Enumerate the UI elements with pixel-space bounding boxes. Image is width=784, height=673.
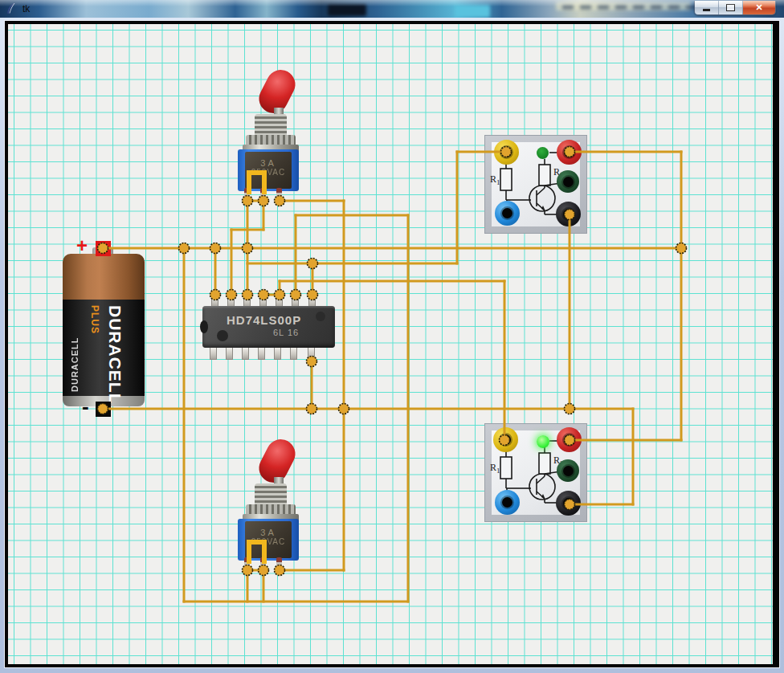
junction-dot[interactable] [308, 290, 318, 300]
maximize-icon [726, 4, 735, 11]
junction-dot[interactable] [275, 565, 285, 576]
junction-dot[interactable] [243, 565, 253, 576]
wire-layer [8, 24, 773, 664]
junction-dot[interactable] [676, 243, 687, 254]
junction-dot[interactable] [565, 147, 575, 157]
client-border: DURACELL PLUS DURACELL + - [4, 20, 780, 668]
junction-dot[interactable] [259, 196, 269, 206]
junction-dot[interactable] [501, 147, 512, 157]
junction-dot[interactable] [259, 290, 269, 300]
desktop-blur-blob [328, 4, 366, 16]
junction-dot[interactable] [243, 290, 253, 300]
close-button[interactable]: ✕ [743, 1, 775, 14]
junction-dot[interactable] [308, 259, 318, 269]
junction-dot[interactable] [210, 290, 221, 300]
junction-dot[interactable] [565, 404, 575, 414]
junction-dot[interactable] [565, 435, 575, 446]
junction-dot[interactable] [243, 196, 253, 206]
close-icon: ✕ [755, 2, 762, 13]
window-frame: DURACELL PLUS DURACELL + - [0, 18, 784, 673]
desktop-blur-blob [455, 5, 490, 18]
junction-dot[interactable] [291, 290, 301, 300]
titlebar[interactable]: tk ✕ [0, 0, 784, 18]
junction-dot[interactable] [210, 243, 221, 254]
junction-dot[interactable] [275, 290, 285, 300]
junction-dot[interactable] [565, 210, 575, 220]
junction-dot[interactable] [307, 404, 317, 414]
junction-dot[interactable] [500, 435, 510, 446]
junction-dot[interactable] [307, 357, 317, 367]
junction-dot[interactable] [339, 404, 349, 414]
junction-dot[interactable] [259, 565, 269, 576]
switch-jumper-wire [249, 173, 264, 194]
junction-dot[interactable] [179, 243, 190, 254]
junction-dot[interactable] [98, 404, 108, 414]
window-controls: ✕ [694, 1, 776, 15]
maximize-button[interactable] [719, 1, 743, 14]
circuit-canvas[interactable]: DURACELL PLUS DURACELL + - [8, 24, 773, 664]
minimize-icon [703, 9, 710, 11]
tk-feather-icon [6, 2, 17, 15]
junction-dot[interactable] [243, 243, 253, 254]
window-title: tk [22, 3, 30, 14]
junction-dot[interactable] [98, 243, 108, 254]
minimize-button[interactable] [695, 1, 719, 14]
junction-dot[interactable] [275, 196, 285, 206]
switch-jumper-wire [249, 542, 264, 564]
junction-dot[interactable] [227, 290, 237, 300]
junction-dot[interactable] [565, 500, 575, 510]
tk-window: tk ✕ DURACELL PLUS DURACELL [0, 0, 784, 673]
